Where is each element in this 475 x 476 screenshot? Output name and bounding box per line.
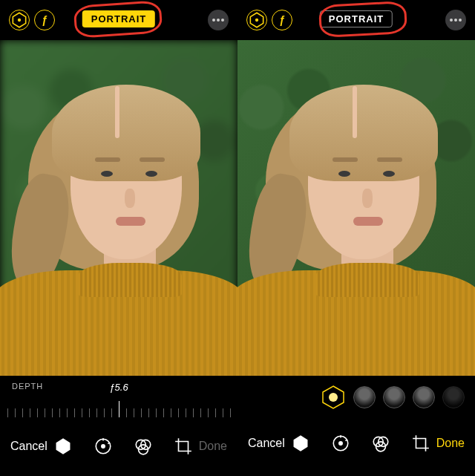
svg-point-13: [329, 393, 338, 402]
lighting-style-option[interactable]: [353, 386, 376, 408]
svg-marker-2: [56, 439, 69, 454]
lighting-style-row: [238, 376, 475, 419]
slider-tick: [163, 408, 164, 417]
photo-preview[interactable]: [0, 40, 238, 376]
slider-tick: [52, 408, 53, 417]
lighting-tool-icon[interactable]: [53, 437, 73, 456]
filters-tool-icon[interactable]: [134, 437, 153, 456]
slider-tick: [96, 408, 97, 417]
slider-tick: [193, 408, 194, 417]
adjust-tool-icon[interactable]: [331, 434, 350, 453]
svg-point-16: [339, 442, 342, 445]
done-button[interactable]: Done: [436, 437, 465, 450]
edit-tool-row: [53, 437, 193, 456]
lighting-tool-icon[interactable]: [291, 434, 310, 453]
depth-slider[interactable]: [7, 395, 230, 422]
lighting-style-option[interactable]: [413, 386, 435, 408]
lighting-style-selected[interactable]: [321, 385, 346, 410]
slider-tick: [74, 408, 75, 417]
cancel-button[interactable]: Cancel: [10, 440, 48, 453]
controls-depth: DEPTH ƒ5.6 Cancel Done: [0, 376, 238, 476]
phone-left: ƒ PORTRAIT DEPTH ƒ5.6 Cancel: [0, 0, 238, 476]
photo-preview[interactable]: [238, 40, 475, 376]
slider-tick: [119, 401, 119, 417]
ellipsis-icon: [212, 19, 215, 22]
more-button[interactable]: [208, 10, 229, 30]
ellipsis-icon: [450, 19, 453, 22]
screenshot-pair: ƒ PORTRAIT DEPTH ƒ5.6 Cancel: [0, 0, 475, 476]
aperture-f-icon[interactable]: ƒ: [34, 10, 55, 30]
svg-point-1: [18, 19, 21, 22]
lighting-style-option[interactable]: [442, 386, 465, 408]
slider-tick: [148, 408, 149, 417]
crop-tool-icon[interactable]: [174, 437, 193, 456]
slider-tick: [104, 408, 105, 417]
lighting-hex-icon[interactable]: [246, 10, 267, 30]
slider-tick: [67, 408, 68, 417]
mode-portrait-button[interactable]: PORTRAIT: [82, 10, 155, 27]
portrait-subject: [238, 40, 475, 376]
slider-tick: [171, 408, 171, 417]
slider-tick: [230, 408, 231, 417]
edit-tool-row: [291, 434, 430, 453]
slider-tick: [82, 408, 82, 417]
slider-tick: [7, 408, 8, 417]
crop-tool-icon[interactable]: [411, 434, 430, 453]
slider-tick: [59, 408, 60, 417]
cancel-button[interactable]: Cancel: [248, 437, 285, 450]
slider-tick: [111, 408, 112, 417]
slider-tick: [134, 408, 134, 417]
portrait-subject: [0, 40, 238, 376]
slider-tick: [208, 408, 209, 417]
mode-portrait-button[interactable]: PORTRAIT: [320, 10, 393, 27]
slider-tick: [37, 408, 38, 417]
slider-tick: [141, 408, 142, 417]
slider-tick: [186, 408, 186, 417]
slider-tick: [178, 408, 179, 417]
slider-tick: [45, 408, 45, 417]
slider-tick: [215, 408, 216, 417]
done-button[interactable]: Done: [199, 440, 227, 453]
controls-lighting: Cancel Done: [238, 376, 475, 476]
depth-label: DEPTH: [12, 382, 43, 391]
slider-tick: [15, 408, 16, 417]
slider-tick: [200, 408, 201, 417]
topbar: ƒ PORTRAIT: [238, 0, 475, 40]
phone-right: ƒ PORTRAIT: [238, 0, 475, 476]
slider-tick: [89, 408, 90, 417]
adjust-tool-icon[interactable]: [94, 437, 113, 456]
bottom-bar: Cancel Done: [238, 419, 475, 468]
depth-value: ƒ5.6: [109, 382, 128, 393]
slider-tick: [223, 408, 223, 417]
depth-readout: DEPTH ƒ5.6: [0, 376, 238, 392]
svg-point-11: [255, 19, 258, 22]
slider-tick: [22, 408, 23, 417]
svg-point-4: [102, 445, 105, 448]
slider-tick: [30, 408, 30, 417]
more-button[interactable]: [445, 10, 466, 30]
svg-marker-14: [294, 436, 307, 451]
bottom-bar: Cancel Done: [0, 422, 238, 471]
topbar: ƒ PORTRAIT: [0, 0, 238, 40]
lighting-hex-icon[interactable]: [9, 10, 30, 30]
slider-tick: [126, 408, 127, 417]
lighting-style-option[interactable]: [383, 386, 405, 408]
slider-tick: [156, 408, 157, 417]
filters-tool-icon[interactable]: [371, 434, 390, 453]
aperture-f-icon[interactable]: ƒ: [272, 10, 292, 30]
